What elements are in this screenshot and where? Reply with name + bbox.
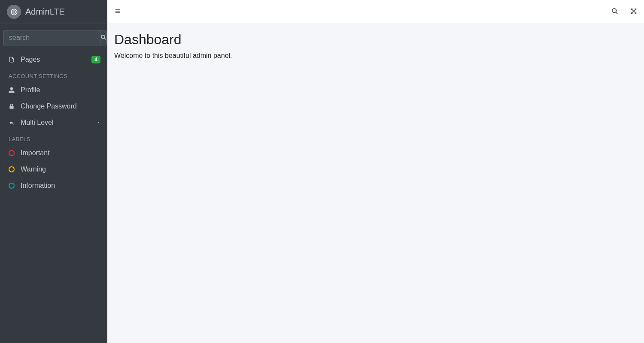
- sidebar-item-label: Multi Level: [21, 119, 97, 126]
- search-icon: [100, 34, 106, 42]
- circle-icon: [7, 166, 16, 172]
- brand-text-light: LTE: [50, 7, 65, 16]
- nav-header-account: ACCOUNT SETTINGS: [0, 68, 107, 82]
- sidebar-item-label: Important: [21, 149, 100, 157]
- brand-text: AdminLTE: [25, 7, 65, 17]
- page-title: Dashboard: [114, 32, 637, 48]
- svg-line-9: [616, 12, 617, 14]
- svg-point-2: [101, 35, 105, 38]
- svg-rect-4: [9, 106, 13, 108]
- chevron-left-icon: [97, 119, 100, 126]
- file-icon: [7, 56, 16, 63]
- circle-icon: [7, 150, 16, 156]
- main-wrapper: Dashboard Welcome to this beautiful admi…: [107, 0, 644, 343]
- content: Dashboard Welcome to this beautiful admi…: [107, 24, 644, 67]
- sidebar-item-label-warning[interactable]: Warning: [0, 161, 107, 178]
- sidebar-item-label: Change Password: [21, 102, 100, 110]
- sidebar-item-pages[interactable]: Pages 4: [0, 51, 107, 68]
- sidebar-item-multi-level[interactable]: Multi Level: [0, 114, 107, 131]
- svg-line-3: [104, 38, 106, 39]
- sidebar-search-input[interactable]: [3, 30, 100, 45]
- bars-icon: [114, 8, 121, 16]
- sidebar-item-label: Profile: [21, 86, 100, 94]
- sidebar-item-label-important[interactable]: Important: [0, 145, 107, 161]
- sidebar-item-profile[interactable]: Profile: [0, 82, 107, 98]
- topbar: [107, 0, 644, 24]
- search-icon: [611, 8, 618, 16]
- pages-badge: 4: [91, 56, 100, 63]
- fullscreen-button[interactable]: [630, 8, 637, 16]
- page-description: Welcome to this beautiful admin panel.: [114, 52, 637, 60]
- svg-point-0: [11, 9, 17, 15]
- lock-icon: [7, 103, 16, 110]
- sidebar-item-label: Information: [21, 182, 100, 190]
- expand-icon: [630, 8, 637, 16]
- sidebar-item-change-password[interactable]: Change Password: [0, 98, 107, 114]
- share-icon: [7, 120, 16, 126]
- sidebar-search-button[interactable]: [100, 30, 107, 45]
- sidebar-item-label: Warning: [21, 165, 100, 173]
- sidebar-search: [0, 24, 107, 51]
- nav-header-labels: LABELS: [0, 131, 107, 145]
- svg-rect-1: [13, 11, 15, 13]
- brand-logo: [7, 5, 21, 19]
- user-icon: [7, 87, 16, 93]
- sidebar-item-label: Pages: [21, 56, 91, 63]
- brand-link[interactable]: AdminLTE: [0, 0, 107, 24]
- circle-icon: [7, 183, 16, 189]
- topbar-search-button[interactable]: [611, 8, 618, 16]
- sidebar: AdminLTE Pages 4 ACCOUNT SETTINGS Profil…: [0, 0, 107, 343]
- svg-point-8: [612, 9, 616, 12]
- brand-text-bold: Admin: [25, 7, 50, 16]
- sidebar-toggle-button[interactable]: [114, 8, 121, 16]
- sidebar-item-label-information[interactable]: Information: [0, 178, 107, 194]
